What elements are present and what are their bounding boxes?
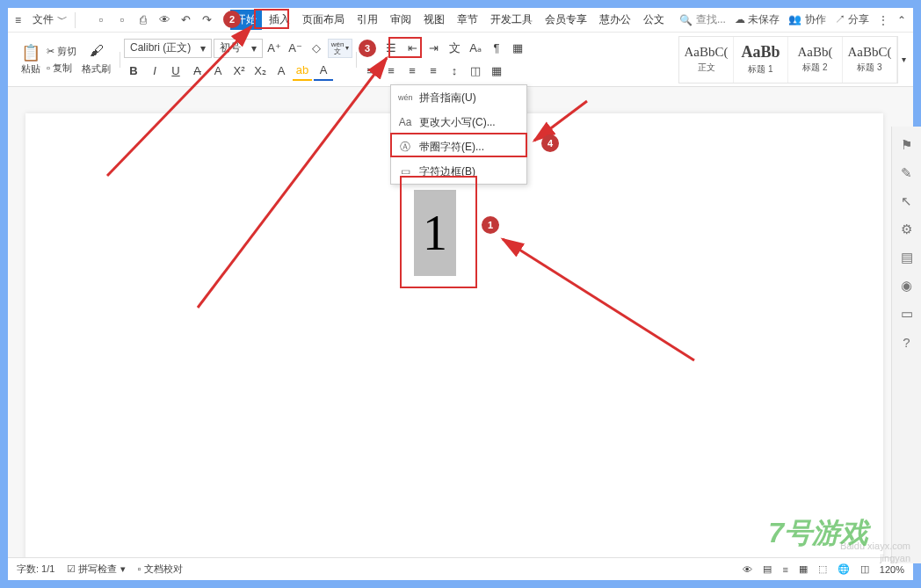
save-icon[interactable]: ▫ <box>93 12 109 28</box>
borders-button[interactable]: ▦ <box>487 62 506 81</box>
view-outline-icon[interactable]: ≡ <box>782 564 787 575</box>
style-heading1[interactable]: AaBb 标题 1 <box>734 37 788 83</box>
strikethrough-button[interactable]: A̶ <box>187 62 207 81</box>
sidepanel-select-icon[interactable]: ↖ <box>899 193 915 209</box>
dropdown-char-border[interactable]: ▭ 字符边框(B) <box>391 159 526 184</box>
statusbar: 字数: 1/1 ☑ 拼写检查 ▾ ▫ 文档校对 👁 ▤ ≡ ▦ ⬚ 🌐 ◫ 12… <box>8 557 913 580</box>
align-right-button[interactable]: ≡ <box>402 62 422 81</box>
grow-font-icon[interactable]: A⁺ <box>265 39 284 58</box>
undo-icon[interactable]: ↶ <box>178 12 193 28</box>
asian-layout-button[interactable]: 文 <box>445 39 464 58</box>
ribbon: 📋 粘贴 ✂剪切 ▫复制 🖌 格式刷 Calibri (正文)▾ 初号▾ A⁺ … <box>8 33 913 87</box>
align-left-button[interactable]: ≡ <box>360 62 380 81</box>
preview-icon[interactable]: 👁 <box>156 12 172 28</box>
tab-references[interactable]: 引用 <box>352 10 383 30</box>
annotation-marker-1: 1 <box>482 216 499 234</box>
tab-pagelayout[interactable]: 页面布局 <box>297 10 350 30</box>
bold-button[interactable]: B <box>124 62 143 81</box>
selected-text[interactable]: 1 <box>414 190 456 276</box>
file-menu[interactable]: 文件 <box>33 12 54 27</box>
print-icon[interactable]: ⎙ <box>135 12 151 28</box>
highlight-color-button[interactable]: ab <box>293 62 312 81</box>
style-normal[interactable]: AaBbC( 正文 <box>679 37 734 83</box>
tab-huiban[interactable]: 慧办公 <box>594 10 636 30</box>
highlight-button[interactable]: A <box>208 62 228 81</box>
subscript-button[interactable]: X₂ <box>250 62 270 81</box>
titlebar: ≡ 文件 ﹀ ▫ ▫ ⎙ 👁 ↶ ↷ 开始 插入 页面布局 引用 审阅 视图 章… <box>8 8 913 33</box>
pinyin-dropdown-button[interactable]: wén 文 ▾ <box>328 39 352 58</box>
shrink-font-icon[interactable]: A⁻ <box>286 39 305 58</box>
dropdown-change-case[interactable]: Aa 更改大小写(C)... <box>391 110 526 134</box>
annotation-marker-2: 2 <box>223 11 241 28</box>
spellcheck-toggle[interactable]: ☑ 拼写检查 ▾ <box>67 563 125 576</box>
line-spacing-button[interactable]: ↕ <box>445 62 464 81</box>
share-button[interactable]: ↗ 分享 <box>835 12 869 27</box>
clear-format-icon[interactable]: ◇ <box>307 39 326 58</box>
sidepanel-pencil-icon[interactable]: ✎ <box>899 165 915 181</box>
chevron-down-icon[interactable]: ﹀ <box>57 12 68 27</box>
doc-check[interactable]: ▫ 文档校对 <box>138 563 183 576</box>
word-count[interactable]: 字数: 1/1 <box>17 563 54 576</box>
tab-review[interactable]: 审阅 <box>385 10 417 30</box>
ribbon-tabs: 开始 插入 页面布局 引用 审阅 视图 章节 开发工具 会员专享 慧办公 公文 <box>230 10 670 30</box>
zoom-value[interactable]: 120% <box>880 564 904 575</box>
styles-more-icon[interactable]: ▾ <box>902 54 906 64</box>
sort-button[interactable]: Aₐ <box>466 39 485 58</box>
tab-insert[interactable]: 插入 <box>264 10 295 30</box>
collab-button[interactable]: 👥 协作 <box>788 12 825 27</box>
align-center-button[interactable]: ≡ <box>381 62 401 81</box>
tab-view[interactable]: 视图 <box>418 10 450 30</box>
style-heading3[interactable]: AaBbC( 标题 3 <box>843 37 897 83</box>
underline-button[interactable]: U <box>166 62 185 81</box>
superscript-button[interactable]: X² <box>229 62 249 81</box>
view-web-icon[interactable]: ▦ <box>799 563 808 575</box>
zoom-scale-icon[interactable]: ◫ <box>860 563 869 575</box>
right-sidebar: ⚑ ✎ ↖ ⚙ ▤ ◉ ▭ ? <box>891 127 921 563</box>
sidepanel-book-icon[interactable]: ▭ <box>899 306 915 322</box>
more-icon[interactable]: ⋮ <box>878 14 888 26</box>
cut-button[interactable]: ✂剪切 <box>47 45 76 58</box>
view-fullscreen-icon[interactable]: ⬚ <box>818 563 827 575</box>
font-color-button[interactable]: A <box>314 62 333 81</box>
numbering-button[interactable]: ☰ <box>381 39 401 58</box>
view-globe-icon[interactable]: 🌐 <box>838 563 850 575</box>
font-size-select[interactable]: 初号▾ <box>214 39 263 58</box>
sidepanel-rocket-icon[interactable]: ⚑ <box>899 137 915 153</box>
changecase-icon: Aa <box>398 116 412 128</box>
text-effect-button[interactable]: A <box>272 62 291 81</box>
sidepanel-doc-icon[interactable]: ▤ <box>899 250 915 265</box>
tab-official[interactable]: 公文 <box>638 10 670 30</box>
tab-member[interactable]: 会员专享 <box>540 10 592 30</box>
enclosed-icon: Ⓐ <box>398 140 412 155</box>
border-button[interactable]: ▦ <box>508 39 527 58</box>
format-painter-button[interactable]: 🖌 格式刷 <box>82 43 111 76</box>
italic-button[interactable]: I <box>145 62 164 81</box>
clipboard-icon: 📋 <box>21 43 40 62</box>
tab-chapter[interactable]: 章节 <box>452 10 483 30</box>
sidepanel-help-icon[interactable]: ? <box>899 334 915 350</box>
charborder-icon: ▭ <box>398 165 412 178</box>
save-as-icon[interactable]: ▫ <box>114 12 130 28</box>
search-box[interactable]: 🔍 查找... <box>679 12 726 27</box>
style-heading2[interactable]: AaBb( 标题 2 <box>788 37 843 83</box>
view-read-icon[interactable]: 👁 <box>743 564 752 575</box>
menu-icon[interactable]: ≡ <box>15 14 29 26</box>
copy-button[interactable]: ▫复制 <box>47 62 76 75</box>
collapse-icon[interactable]: ⌃ <box>897 14 906 26</box>
paragraph-mark-button[interactable]: ¶ <box>487 39 506 58</box>
sidepanel-cube-icon[interactable]: ◉ <box>899 278 915 294</box>
redo-icon[interactable]: ↷ <box>199 12 214 28</box>
font-name-select[interactable]: Calibri (正文)▾ <box>124 39 212 58</box>
indent-button[interactable]: ⇥ <box>424 39 443 58</box>
unsaved-status[interactable]: ☁ 未保存 <box>735 12 780 27</box>
styles-gallery[interactable]: AaBbC( 正文 AaBb 标题 1 AaBb( 标题 2 AaBbC( 标题… <box>678 36 898 83</box>
sidepanel-settings-icon[interactable]: ⚙ <box>899 221 915 237</box>
shading-button[interactable]: ◫ <box>466 62 485 81</box>
tab-devtools[interactable]: 开发工具 <box>485 10 538 30</box>
dropdown-enclosed-chars[interactable]: Ⓐ 带圈字符(E)... <box>391 134 526 159</box>
view-print-icon[interactable]: ▤ <box>763 563 772 575</box>
align-justify-button[interactable]: ≡ <box>424 62 443 81</box>
dropdown-pinyin-guide[interactable]: wén 拼音指南(U) <box>391 85 526 110</box>
paste-button[interactable]: 📋 粘贴 <box>15 43 47 76</box>
outdent-button[interactable]: ⇤ <box>402 39 422 58</box>
